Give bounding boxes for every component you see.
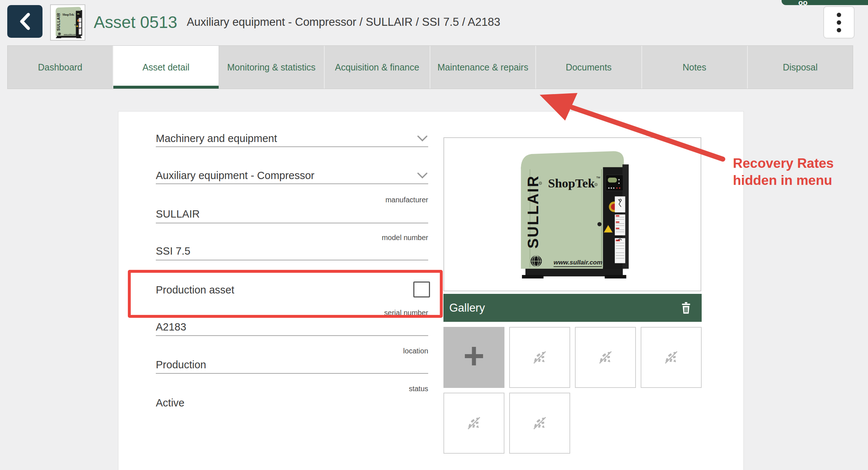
gallery-title: Gallery [449,301,485,315]
field-underline [156,146,428,147]
no-image-icon [530,414,549,433]
gallery-empty-tile[interactable] [641,327,702,388]
chevron-down-icon [417,173,427,179]
annotation-line2: hidden in menu [733,172,834,189]
header-title-row: Asset 0513 Auxiliary equipment - Compres… [94,0,500,44]
chevron-left-icon [17,12,33,31]
serial-number-field[interactable]: A2183 [156,321,428,333]
page-subtitle: Auxiliary equipment - Compressor / SULLA… [187,16,500,29]
back-button[interactable] [7,5,42,38]
no-image-icon [465,414,483,433]
tab-monitoring-statistics[interactable]: Monitoring & statistics [219,46,325,89]
compressor-thumbnail-image [53,6,83,39]
field-underline [156,183,428,184]
product-image-frame[interactable] [443,137,701,291]
manufacturer-label: manufacturer [156,196,428,204]
overflow-menu-button[interactable] [823,6,855,39]
model-number-field[interactable]: SSI 7.5 [156,245,428,257]
model-number-label: model number [156,234,428,242]
no-image-icon [530,348,549,367]
gallery-add-tile[interactable]: + [443,327,504,388]
tab-asset-detail[interactable]: Asset detail [113,46,219,89]
gallery-empty-tile[interactable] [509,393,570,454]
annotation-line1: Recovery Rates [733,155,834,172]
trash-icon[interactable] [680,301,692,315]
field-underline [156,373,428,374]
status-label: status [156,385,428,393]
kebab-menu-icon [837,13,841,32]
tab-notes[interactable]: Notes [642,46,748,89]
asset-detail-panel: Machinery and equipment Auxiliary equipm… [118,111,744,470]
category-value: Machinery and equipment [156,133,277,144]
tab-maintenance-repairs[interactable]: Maintenance & repairs [430,46,536,89]
highlight-box-annotation [128,270,443,318]
tab-dashboard[interactable]: Dashboard [8,46,113,89]
subcategory-select[interactable]: Auxiliary equipment - Compressor [156,170,428,185]
field-underline [156,223,428,223]
chevron-down-icon [417,135,427,142]
tab-documents[interactable]: Documents [536,46,642,89]
plus-icon: + [463,337,484,374]
gallery-header: Gallery [443,294,702,322]
field-underline [156,260,428,260]
status-field[interactable]: Active [156,397,428,409]
notification-pill-clipped[interactable]: oo [782,0,868,5]
tab-disposal[interactable]: Disposal [748,46,853,89]
category-select[interactable]: Machinery and equipment [156,133,428,148]
tab-acquisition-finance[interactable]: Acquisition & finance [325,46,430,89]
gallery-grid: + [443,327,702,454]
gallery-empty-tile[interactable] [575,327,636,388]
asset-thumbnail[interactable] [50,4,85,41]
subcategory-value: Auxiliary equipment - Compressor [156,170,315,181]
gallery-empty-tile[interactable] [443,393,504,454]
tab-bar: Dashboard Asset detail Monitoring & stat… [7,45,853,89]
no-image-icon [596,348,615,367]
page-title: Asset 0513 [94,12,177,32]
annotation-text: Recovery Rates hidden in menu [733,155,834,189]
location-field[interactable]: Production [156,359,428,371]
gallery-empty-tile[interactable] [509,327,570,388]
location-label: location [156,347,428,355]
asset-detail-page: ShopTek ™ SULLAIR www.sullair.com [0,0,868,470]
manufacturer-field[interactable]: SULLAIR [156,208,428,220]
field-underline [156,335,428,336]
compressor-product-image [447,145,698,284]
no-image-icon [662,348,681,367]
